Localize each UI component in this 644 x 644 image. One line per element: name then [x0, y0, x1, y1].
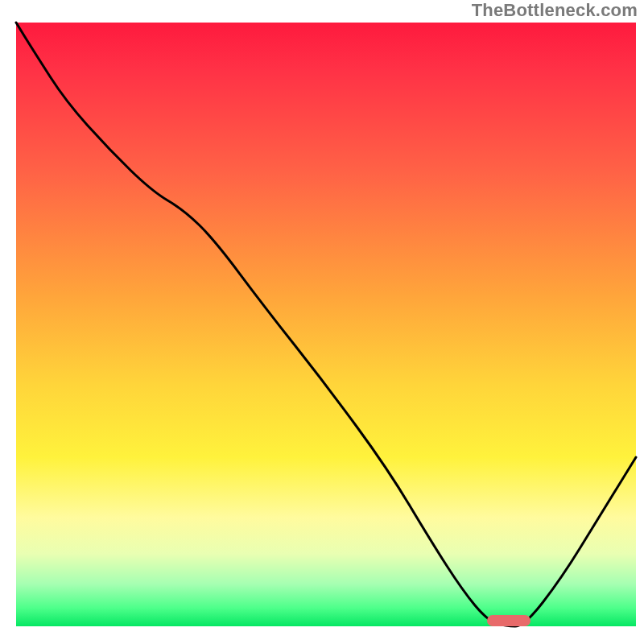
bottleneck-curve — [16, 23, 636, 626]
watermark-label: TheBottleneck.com — [472, 0, 638, 21]
chart-container: TheBottleneck.com — [0, 0, 644, 644]
plot-area — [16, 23, 636, 626]
curve-svg — [16, 23, 636, 626]
optimal-range-marker — [487, 615, 530, 626]
